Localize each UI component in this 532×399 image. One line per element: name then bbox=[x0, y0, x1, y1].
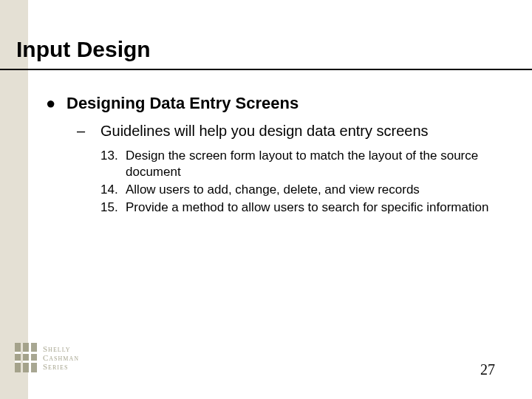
slide-title: Input Design bbox=[16, 37, 151, 62]
item-text: Allow users to add, change, delete, and … bbox=[126, 182, 420, 198]
logo-text: Shelly Cashman Series bbox=[43, 344, 79, 371]
item-text: Design the screen form layout to match t… bbox=[126, 148, 495, 180]
dash-marker: – bbox=[77, 121, 100, 140]
bullet-level-1: ● Designing Data Entry Screens bbox=[46, 93, 504, 114]
list-item: 14. Allow users to add, change, delete, … bbox=[100, 182, 504, 198]
page-number: 27 bbox=[480, 361, 495, 378]
slide-content: ● Designing Data Entry Screens – Guideli… bbox=[46, 93, 504, 217]
list-item: 13. Design the screen form layout to mat… bbox=[100, 148, 504, 180]
series-logo: Shelly Cashman Series bbox=[15, 343, 79, 372]
sub-text: Guidelines will help you design data ent… bbox=[100, 121, 429, 140]
logo-bars-icon bbox=[15, 343, 37, 372]
item-text: Provide a method to allow users to searc… bbox=[126, 200, 488, 216]
item-number: 13. bbox=[100, 148, 126, 164]
bullet-marker: ● bbox=[46, 93, 66, 114]
logo-line-3: Series bbox=[43, 362, 79, 371]
title-underline bbox=[0, 69, 532, 70]
logo-line-1: Shelly bbox=[43, 344, 79, 353]
item-number: 14. bbox=[100, 182, 126, 198]
numbered-list: 13. Design the screen form layout to mat… bbox=[100, 148, 504, 216]
bullet-level-2: – Guidelines will help you design data e… bbox=[77, 121, 504, 140]
list-item: 15. Provide a method to allow users to s… bbox=[100, 200, 504, 216]
bullet-text: Designing Data Entry Screens bbox=[66, 93, 299, 114]
item-number: 15. bbox=[100, 200, 126, 216]
logo-line-2: Cashman bbox=[43, 353, 79, 362]
